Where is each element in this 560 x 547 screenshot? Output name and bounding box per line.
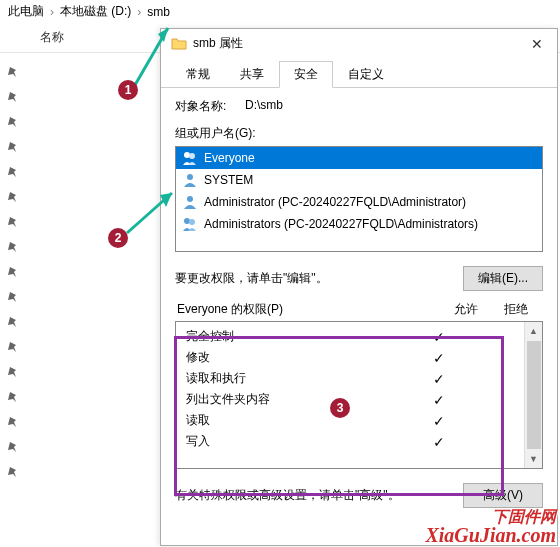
permissions-list: 完全控制 ✓ 修改 ✓ 读取和执行 ✓ 列出文件夹内容 ✓ (175, 321, 543, 469)
list-item[interactable] (0, 463, 155, 481)
list-item-administrators[interactable]: Administrators (PC-20240227FQLD\Administ… (176, 213, 542, 235)
list-item[interactable] (0, 113, 155, 131)
pin-icon (8, 92, 18, 102)
pin-icon (8, 392, 18, 402)
advanced-button[interactable]: 高级(V) (463, 483, 543, 508)
svg-point-5 (189, 219, 195, 225)
list-item[interactable] (0, 188, 155, 206)
pin-icon (8, 142, 18, 152)
pin-icon (8, 317, 18, 327)
dialog-titlebar[interactable]: smb 属性 ✕ (161, 29, 557, 58)
list-item[interactable] (0, 163, 155, 181)
perm-name: 读取和执行 (186, 370, 414, 387)
perm-header-allow: 允许 (441, 301, 491, 318)
check-icon: ✓ (414, 392, 464, 408)
permissions-header: Everyone 的权限(P) 允许 拒绝 (175, 301, 543, 318)
pin-icon (8, 192, 18, 202)
object-name-label: 对象名称: (175, 98, 245, 115)
watermark: 下固件网 XiaGuJian.com (425, 509, 556, 545)
pin-icon (8, 267, 18, 277)
breadcrumb[interactable]: 此电脑 › 本地磁盘 (D:) › smb (0, 0, 560, 23)
tab-custom[interactable]: 自定义 (333, 61, 399, 88)
perm-name: 写入 (186, 433, 414, 450)
perm-row-read: 读取 ✓ (186, 412, 514, 429)
list-item-everyone[interactable]: Everyone (176, 147, 542, 169)
perm-name: 列出文件夹内容 (186, 391, 414, 408)
pin-icon (8, 442, 18, 452)
perm-row-full-control: 完全控制 ✓ (186, 328, 514, 345)
crumb-disk-d[interactable]: 本地磁盘 (D:) (60, 3, 131, 20)
column-name[interactable]: 名称 (40, 29, 64, 46)
list-item-administrator[interactable]: Administrator (PC-20240227FQLD\Administr… (176, 191, 542, 213)
watermark-cn: 下固件网 (425, 509, 556, 525)
list-item[interactable] (0, 338, 155, 356)
list-item-label: Everyone (204, 151, 255, 165)
tab-share[interactable]: 共享 (225, 61, 279, 88)
pin-icon (8, 367, 18, 377)
pin-icon (8, 117, 18, 127)
check-icon: ✓ (414, 350, 464, 366)
crumb-smb[interactable]: smb (147, 5, 170, 19)
list-item[interactable] (0, 363, 155, 381)
pin-icon (8, 242, 18, 252)
check-icon: ✓ (414, 413, 464, 429)
file-list-area (0, 53, 155, 491)
check-icon: ✓ (414, 434, 464, 450)
edit-hint: 要更改权限，请单击"编辑"。 (175, 270, 463, 287)
group-user-list[interactable]: Everyone SYSTEM Administrator (PC-202402… (175, 146, 543, 252)
group-user-label: 组或用户名(G): (175, 125, 543, 142)
svg-point-4 (184, 218, 190, 224)
svg-point-2 (187, 174, 193, 180)
list-item-label: Administrator (PC-20240227FQLD\Administr… (204, 195, 466, 209)
check-icon: ✓ (414, 371, 464, 387)
annotation-3: 3 (330, 398, 350, 418)
perm-name: 完全控制 (186, 328, 414, 345)
pin-icon (8, 217, 18, 227)
perm-row-write: 写入 ✓ (186, 433, 514, 450)
tab-security[interactable]: 安全 (279, 61, 333, 88)
chevron-right-icon: › (137, 5, 141, 19)
edit-button[interactable]: 编辑(E)... (463, 266, 543, 291)
perm-header-deny: 拒绝 (491, 301, 541, 318)
svg-point-0 (184, 152, 190, 158)
scroll-down-icon[interactable]: ▼ (525, 450, 542, 468)
list-item[interactable] (0, 238, 155, 256)
dialog-body: 对象名称: D:\smb 组或用户名(G): Everyone SYSTEM (161, 88, 557, 518)
tab-general[interactable]: 常规 (171, 61, 225, 88)
chevron-right-icon: › (50, 5, 54, 19)
pin-icon (8, 292, 18, 302)
list-item[interactable] (0, 138, 155, 156)
svg-point-3 (187, 196, 193, 202)
watermark-en: XiaGuJian.com (425, 524, 556, 546)
list-item-system[interactable]: SYSTEM (176, 169, 542, 191)
dialog-title: smb 属性 (193, 35, 521, 52)
list-item[interactable] (0, 288, 155, 306)
pin-icon (8, 417, 18, 427)
users-icon (182, 216, 198, 232)
scroll-up-icon[interactable]: ▲ (525, 322, 542, 340)
perm-name: 修改 (186, 349, 414, 366)
annotation-2: 2 (108, 228, 128, 248)
scrollbar[interactable]: ▲ ▼ (524, 322, 542, 468)
properties-dialog: smb 属性 ✕ 常规 共享 安全 自定义 对象名称: D:\smb 组或用户名… (160, 28, 558, 546)
list-item[interactable] (0, 413, 155, 431)
list-item[interactable] (0, 438, 155, 456)
svg-point-1 (189, 153, 195, 159)
list-item[interactable] (0, 388, 155, 406)
pin-icon (8, 342, 18, 352)
perm-header-title: Everyone 的权限(P) (177, 301, 441, 318)
users-icon (182, 150, 198, 166)
list-item[interactable] (0, 213, 155, 231)
object-name-value: D:\smb (245, 98, 283, 115)
pin-icon (8, 67, 18, 77)
list-item[interactable] (0, 313, 155, 331)
tab-bar: 常规 共享 安全 自定义 (161, 60, 557, 88)
crumb-this-pc[interactable]: 此电脑 (8, 3, 44, 20)
list-item[interactable] (0, 63, 155, 81)
advanced-hint: 有关特殊权限或高级设置，请单击"高级"。 (175, 487, 463, 504)
scroll-thumb[interactable] (527, 341, 541, 449)
close-icon[interactable]: ✕ (527, 36, 547, 52)
annotation-1: 1 (118, 80, 138, 100)
list-item[interactable] (0, 263, 155, 281)
perm-row-list-dir: 列出文件夹内容 ✓ (186, 391, 514, 408)
